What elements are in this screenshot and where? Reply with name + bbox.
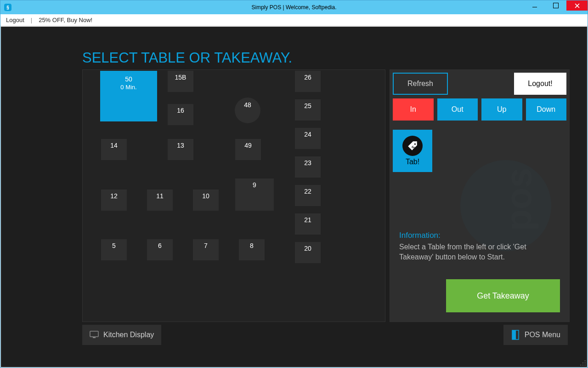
svg-rect-2 bbox=[90, 331, 98, 337]
refresh-button[interactable]: Refresh bbox=[393, 73, 448, 95]
table-label: 8 bbox=[250, 242, 254, 249]
monitor-icon bbox=[90, 331, 99, 339]
zoom-controls: In Out Up Down bbox=[390, 95, 569, 121]
svg-point-10 bbox=[582, 365, 583, 366]
app-icon: § bbox=[4, 4, 11, 11]
maximize-button[interactable] bbox=[545, 0, 566, 11]
table-label: 22 bbox=[304, 188, 311, 195]
table-label: 21 bbox=[304, 216, 311, 224]
information-block: Information: Select a Table from the lef… bbox=[399, 230, 560, 263]
table-10[interactable]: 10 bbox=[193, 190, 219, 211]
svg-rect-3 bbox=[93, 337, 96, 338]
table-5[interactable]: 5 bbox=[101, 239, 127, 260]
button-label: Logout! bbox=[528, 80, 552, 88]
tab-label: Tab! bbox=[406, 158, 419, 166]
table-14[interactable]: 14 bbox=[101, 139, 127, 160]
pan-down-button[interactable]: Down bbox=[526, 98, 567, 121]
table-6[interactable]: 6 bbox=[147, 239, 173, 260]
table-23[interactable]: 23 bbox=[295, 156, 321, 178]
resize-grip-icon[interactable] bbox=[580, 360, 586, 366]
close-icon bbox=[575, 3, 580, 8]
minimize-button[interactable] bbox=[524, 0, 545, 11]
tab-button[interactable]: $ Tab! bbox=[393, 130, 432, 172]
get-takeaway-button[interactable]: Get Takeaway bbox=[446, 279, 560, 312]
table-label: 6 bbox=[158, 242, 162, 249]
button-label: POS Menu bbox=[525, 331, 560, 339]
table-7[interactable]: 7 bbox=[193, 239, 219, 260]
information-text: Select a Table from the left or click 'G… bbox=[399, 242, 560, 263]
table-label: 13 bbox=[177, 142, 184, 149]
table-15b[interactable]: 15B bbox=[168, 71, 193, 92]
table-label: 15B bbox=[175, 74, 187, 81]
side-top-row: Refresh Logout! bbox=[390, 70, 569, 95]
button-label: Get Takeaway bbox=[477, 291, 529, 301]
table-50[interactable]: 50 0 Min. bbox=[100, 71, 157, 121]
button-label: Up bbox=[497, 105, 506, 114]
button-label: Refresh bbox=[407, 80, 433, 88]
table-label: 16 bbox=[177, 107, 184, 114]
table-label: 49 bbox=[244, 142, 252, 149]
menu-separator: | bbox=[31, 17, 32, 23]
pan-up-button[interactable]: Up bbox=[481, 98, 522, 121]
svg-point-7 bbox=[585, 362, 586, 363]
button-label: Out bbox=[452, 105, 464, 114]
information-title: Information: bbox=[399, 230, 560, 241]
table-label: 12 bbox=[110, 192, 118, 200]
svg-point-8 bbox=[585, 365, 586, 366]
table-12[interactable]: 12 bbox=[101, 190, 127, 211]
pan-out-button[interactable]: Out bbox=[437, 98, 478, 121]
table-label: 10 bbox=[202, 192, 209, 200]
table-subtitle: 0 Min. bbox=[100, 84, 157, 91]
table-26[interactable]: 26 bbox=[295, 71, 321, 92]
table-24[interactable]: 24 bbox=[295, 128, 321, 149]
svg-point-9 bbox=[582, 362, 583, 363]
price-tag-icon: $ bbox=[402, 136, 423, 156]
table-label: 25 bbox=[304, 102, 311, 109]
button-label: Down bbox=[537, 105, 555, 114]
table-label: 9 bbox=[253, 181, 256, 189]
table-48[interactable]: 48 bbox=[235, 98, 260, 123]
footer-bar: Kitchen Display POS Menu bbox=[82, 325, 568, 345]
window-title: Simply POS | Welcome, Softpedia. bbox=[252, 4, 337, 11]
table-9[interactable]: 9 bbox=[235, 178, 274, 211]
svg-point-6 bbox=[585, 360, 586, 361]
floor-plan[interactable]: 50 0 Min. 15B 16 48 14 13 49 9 12 11 10 … bbox=[82, 69, 385, 322]
button-label: In bbox=[410, 105, 416, 114]
table-11[interactable]: 11 bbox=[147, 190, 173, 211]
kitchen-display-button[interactable]: Kitchen Display bbox=[82, 325, 161, 345]
door-icon bbox=[511, 330, 520, 340]
menu-promo[interactable]: 25% OFF, Buy Now! bbox=[39, 17, 92, 23]
table-label: 24 bbox=[304, 131, 311, 138]
table-16[interactable]: 16 bbox=[168, 104, 193, 125]
table-label: 5 bbox=[112, 242, 116, 249]
table-label: 7 bbox=[204, 242, 208, 249]
app-body: SELECT TABLE OR TAKEAWAY. 50 0 Min. 15B … bbox=[1, 27, 587, 367]
table-label: 23 bbox=[304, 159, 311, 167]
table-25[interactable]: 25 bbox=[295, 99, 321, 121]
table-label: 20 bbox=[304, 245, 311, 252]
pan-in-button[interactable]: In bbox=[393, 98, 434, 121]
table-8[interactable]: 8 bbox=[239, 239, 265, 260]
table-label: 14 bbox=[110, 142, 118, 149]
page-title: SELECT TABLE OR TAKEAWAY. bbox=[82, 50, 292, 66]
table-20[interactable]: 20 bbox=[295, 242, 321, 263]
svg-text:pos: pos bbox=[499, 168, 538, 231]
logout-button[interactable]: Logout! bbox=[514, 73, 566, 95]
menubar: Logout | 25% OFF, Buy Now! bbox=[0, 14, 588, 26]
svg-point-11 bbox=[580, 365, 581, 366]
table-21[interactable]: 21 bbox=[295, 213, 321, 235]
table-13[interactable]: 13 bbox=[168, 139, 193, 160]
menu-logout[interactable]: Logout bbox=[6, 17, 24, 23]
side-panel: Refresh Logout! In Out Up Down $ Tab! po… bbox=[390, 69, 570, 322]
table-label: 48 bbox=[244, 101, 251, 109]
pos-menu-button[interactable]: POS Menu bbox=[503, 325, 568, 345]
table-label: 11 bbox=[156, 192, 164, 200]
button-label: Kitchen Display bbox=[103, 331, 154, 339]
table-22[interactable]: 22 bbox=[295, 185, 321, 206]
svg-rect-5 bbox=[512, 330, 516, 339]
table-id: 50 bbox=[100, 75, 157, 83]
app-window: § Simply POS | Welcome, Softpedia. Logou… bbox=[0, 0, 588, 368]
titlebar: § Simply POS | Welcome, Softpedia. bbox=[0, 0, 588, 14]
table-49[interactable]: 49 bbox=[235, 139, 261, 160]
close-button[interactable] bbox=[566, 0, 588, 11]
